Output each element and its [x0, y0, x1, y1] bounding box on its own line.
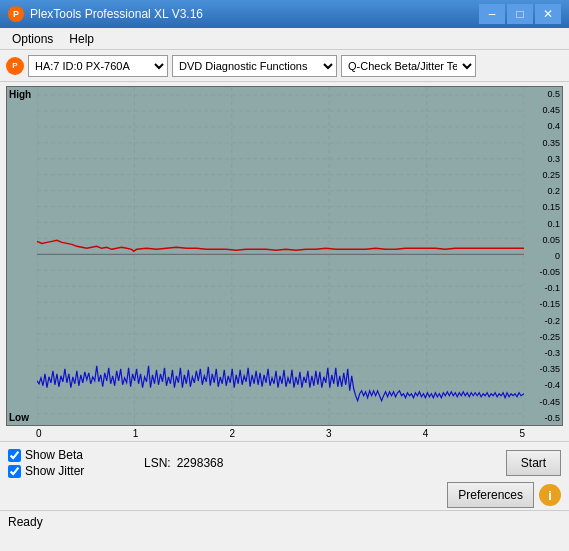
app-icon: P	[8, 6, 24, 22]
chart-r-10: 0	[525, 251, 560, 261]
menu-options[interactable]: Options	[4, 30, 61, 48]
chart-r-14: -0.2	[525, 316, 560, 326]
title-text: PlexTools Professional XL V3.16	[30, 7, 479, 21]
start-button[interactable]: Start	[506, 450, 561, 476]
chart-r-12: -0.1	[525, 283, 560, 293]
show-jitter-row: Show Jitter	[8, 464, 128, 478]
close-button[interactable]: ✕	[535, 4, 561, 24]
test-select[interactable]: Q-Check Beta/Jitter Test	[341, 55, 476, 77]
chart-r-11: -0.05	[525, 267, 560, 277]
prefs-row: Preferences i	[8, 482, 561, 508]
chart-r-1: 0.45	[525, 105, 560, 115]
title-bar: P PlexTools Professional XL V3.16 – □ ✕	[0, 0, 569, 28]
x-label-2: 2	[229, 428, 235, 439]
status-bar: Ready	[0, 510, 569, 532]
chart-r-20: -0.5	[525, 413, 560, 423]
checkbox-group: Show Beta Show Jitter	[8, 448, 128, 478]
chart-r-9: 0.05	[525, 235, 560, 245]
menu-bar: Options Help	[0, 28, 569, 50]
chart-low-label: Low	[9, 412, 35, 423]
x-label-0: 0	[36, 428, 42, 439]
title-buttons: – □ ✕	[479, 4, 561, 24]
chart-r-8: 0.1	[525, 219, 560, 229]
jitter-line	[37, 366, 524, 401]
x-label-1: 1	[133, 428, 139, 439]
chart-svg	[37, 87, 524, 426]
drive-select[interactable]: HA:7 ID:0 PX-760A	[28, 55, 168, 77]
lsn-area: LSN: 2298368	[144, 456, 223, 470]
chart-r-15: -0.25	[525, 332, 560, 342]
minimize-button[interactable]: –	[479, 4, 505, 24]
status-text: Ready	[8, 515, 43, 529]
drive-icon: P	[6, 57, 24, 75]
maximize-button[interactable]: □	[507, 4, 533, 24]
show-beta-label: Show Beta	[25, 448, 83, 462]
chart-r-2: 0.4	[525, 121, 560, 131]
lsn-value: 2298368	[177, 456, 224, 470]
chart-left-labels: High Low	[7, 87, 37, 425]
show-jitter-checkbox[interactable]	[8, 465, 21, 478]
beta-line	[37, 240, 524, 251]
right-controls: Start	[506, 450, 561, 476]
chart-r-16: -0.3	[525, 348, 560, 358]
preferences-button[interactable]: Preferences	[447, 482, 534, 508]
chart-r-4: 0.3	[525, 154, 560, 164]
x-label-3: 3	[326, 428, 332, 439]
chart-x-labels: 0 1 2 3 4 5	[6, 427, 563, 439]
x-label-4: 4	[423, 428, 429, 439]
show-beta-row: Show Beta	[8, 448, 128, 462]
function-select[interactable]: DVD Diagnostic Functions	[172, 55, 337, 77]
chart-area: High Low 0.5 0.45 0.4 0.35 0.3 0.25 0.2 …	[6, 86, 563, 426]
info-button[interactable]: i	[539, 484, 561, 506]
toolbar: P HA:7 ID:0 PX-760A DVD Diagnostic Funct…	[0, 50, 569, 82]
chart-r-7: 0.15	[525, 202, 560, 212]
chart-right-labels: 0.5 0.45 0.4 0.35 0.3 0.25 0.2 0.15 0.1 …	[525, 87, 560, 425]
chart-r-3: 0.35	[525, 138, 560, 148]
chart-container: High Low 0.5 0.45 0.4 0.35 0.3 0.25 0.2 …	[0, 82, 569, 439]
chart-r-13: -0.15	[525, 299, 560, 309]
chart-r-17: -0.35	[525, 364, 560, 374]
chart-r-18: -0.4	[525, 380, 560, 390]
bottom-panel: Show Beta Show Jitter LSN: 2298368 Start…	[0, 441, 569, 510]
show-beta-checkbox[interactable]	[8, 449, 21, 462]
lsn-label: LSN:	[144, 456, 171, 470]
chart-high-label: High	[9, 89, 35, 100]
chart-r-19: -0.45	[525, 397, 560, 407]
x-label-5: 5	[519, 428, 525, 439]
chart-r-5: 0.25	[525, 170, 560, 180]
show-jitter-label: Show Jitter	[25, 464, 84, 478]
chart-r-6: 0.2	[525, 186, 560, 196]
chart-r-0: 0.5	[525, 89, 560, 99]
menu-help[interactable]: Help	[61, 30, 102, 48]
